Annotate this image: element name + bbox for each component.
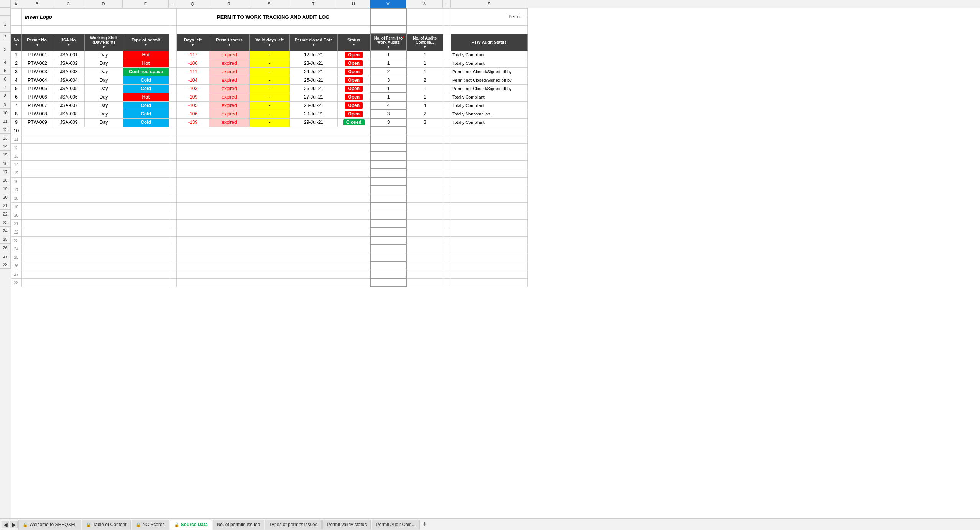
row-num-19[interactable]: 19 [0, 184, 11, 193]
row-num-13[interactable]: 13 [0, 134, 11, 142]
empty-row: 12 [11, 143, 528, 152]
col-r[interactable]: R [209, 0, 249, 8]
row-num-27[interactable]: 27 [0, 252, 11, 260]
row-num-10[interactable]: 10 [0, 109, 11, 117]
row-num-3[interactable]: 3 [0, 41, 11, 58]
row-num-8[interactable]: 8 [0, 92, 11, 100]
header-num-compliance: No. of Audits Complia...▼ [407, 34, 443, 51]
cell-ptw-audit: Totally Compliant [451, 118, 528, 127]
header-no: No▼ [11, 34, 22, 51]
cell-num-compliance: 3 [407, 118, 443, 127]
tab-nav-left[interactable]: ◀ [2, 521, 9, 528]
row-num-24[interactable]: 24 [0, 227, 11, 235]
tab-source-data[interactable]: 🔒 Source Data [170, 520, 212, 530]
cell-type: Hot [123, 93, 169, 101]
cell-status-cell: Open [338, 51, 370, 59]
header-permit-no: Permit No.▼ [22, 34, 53, 51]
cell-title: PERMIT TO WORK TRACKING AND AUDIT LOG [177, 8, 370, 25]
row-num-7[interactable]: 7 [0, 83, 11, 92]
add-sheet-button[interactable]: + [421, 520, 429, 529]
col-a[interactable]: A [11, 0, 21, 8]
row-num-16[interactable]: 16 [0, 159, 11, 168]
col-v[interactable]: V [370, 0, 406, 8]
cell-jsa-no: JSA-003 [53, 67, 85, 76]
header-type-of-permit: Type of permit▼ [123, 34, 169, 51]
cell-days-left: -105 [177, 101, 209, 110]
col-w[interactable]: W [406, 0, 443, 8]
tab-permits-issued[interactable]: No. of permits issued [213, 520, 265, 530]
cell-permit-no: PTW-005 [22, 84, 53, 93]
row-num-4[interactable]: 4 [0, 58, 11, 66]
col-c[interactable]: C [53, 0, 84, 8]
tab-nav-right[interactable]: ▶ [10, 521, 18, 528]
cell-status-cell: Open [338, 59, 370, 67]
cell-no: 6 [11, 93, 22, 101]
row-num-9[interactable]: 9 [0, 100, 11, 109]
col-t[interactable]: T [289, 0, 337, 8]
cell-valid-days: - [250, 110, 290, 118]
row-num-18[interactable]: 18 [0, 176, 11, 184]
row-num-15[interactable]: 15 [0, 151, 11, 159]
row-num-21[interactable]: 21 [0, 201, 11, 210]
row-num-1[interactable]: 1 [0, 16, 11, 33]
cell-empty4 [407, 127, 443, 135]
row-num-5[interactable]: 5 [0, 66, 11, 75]
cell-ptw-audit: Permit not Closed/Signed off by [451, 67, 528, 76]
cell-ptw-audit: Totally Compliant [451, 93, 528, 101]
row-num-28[interactable]: 28 [0, 260, 11, 269]
row-num-17[interactable]: 17 [0, 168, 11, 176]
header-num-audits: No. of Permit to Work Audits▲▼ [370, 34, 407, 51]
row-num-20[interactable]: 20 [0, 193, 11, 201]
col-s[interactable]: S [249, 0, 289, 8]
tab-nc-scores[interactable]: 🔒 NC Scores [132, 520, 169, 530]
tab-types-issued[interactable]: Types of permits issued [265, 520, 322, 530]
row-num-12[interactable]: 12 [0, 125, 11, 134]
col-d[interactable]: D [84, 0, 123, 8]
tab-permit-audit[interactable]: Permit Audit Com... [372, 520, 419, 530]
cell-type: Cold [123, 110, 169, 118]
col-u[interactable]: U [337, 0, 370, 8]
table-row: 8 PTW-008 JSA-008 Day Cold -106 expired … [11, 110, 528, 118]
cell-gap2 [443, 76, 451, 84]
cell-gap2 [443, 110, 451, 118]
empty-row: 11 [11, 135, 528, 143]
col-z[interactable]: Z [451, 0, 527, 8]
tab-welcome-to-sheqxel[interactable]: 🔒 Welcome to SHEQXEL [18, 520, 81, 530]
cell-gap1 [169, 110, 177, 118]
header-status: Status▼ [338, 34, 370, 51]
row-num-14[interactable]: 14 [0, 142, 11, 151]
row-num-22[interactable]: 22 [0, 210, 11, 218]
cell-shift: Day [85, 118, 123, 127]
lock-icon: 🔒 [23, 522, 28, 527]
cell-ptw-audit: Totally Compliant [451, 59, 528, 67]
cell-v2 [370, 25, 407, 34]
cell-empty2 [177, 127, 370, 135]
col-q[interactable]: Q [176, 0, 209, 8]
header-jsa-no: JSA No.▼ [53, 34, 85, 51]
row-num-11[interactable]: 11 [0, 117, 11, 125]
cell-jsa-no: JSA-002 [53, 59, 85, 67]
cell-closed-date: 29-Jul-21 [290, 118, 338, 127]
cell-gap1-r3 [169, 34, 177, 51]
row-num-25[interactable]: 25 [0, 235, 11, 244]
row-num-26[interactable]: 26 [0, 244, 11, 252]
col-b[interactable]: B [21, 0, 53, 8]
grid-area[interactable]: Insert Logo PERMIT TO WORK TRACKING AND … [11, 8, 980, 518]
cell-gap1 [169, 118, 177, 127]
cell-shift: Day [85, 76, 123, 84]
cell-permit-no: PTW-008 [22, 110, 53, 118]
cell-b2 [22, 25, 169, 34]
tab-table-of-content[interactable]: 🔒 Table of Content [82, 520, 130, 530]
col-gap2: ··· [443, 0, 451, 8]
cell-num-audits: 3 [370, 76, 407, 84]
empty-row: 19 [11, 202, 528, 211]
cell-permit-status: expired [209, 84, 250, 93]
cell-v1 [370, 8, 407, 25]
tab-permit-validity[interactable]: Permit validy status [322, 520, 371, 530]
col-e[interactable]: E [123, 0, 169, 8]
row-num-6[interactable]: 6 [0, 75, 11, 83]
cell-valid-days: - [250, 67, 290, 76]
row-num-23[interactable]: 23 [0, 218, 11, 227]
row-num-2[interactable]: 2 [0, 33, 11, 41]
cell-jsa-no: JSA-005 [53, 84, 85, 93]
